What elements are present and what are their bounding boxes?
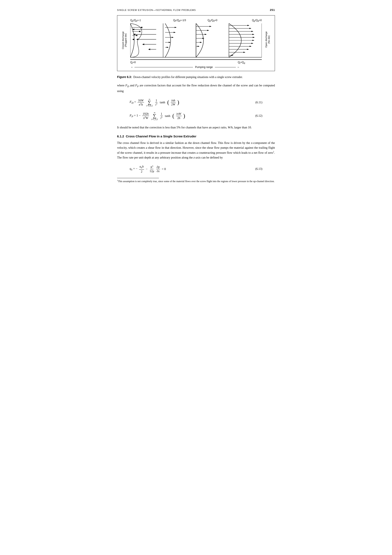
svg-marker-35 — [243, 52, 246, 53]
eq-6-12-frac1: 192h π3W — [142, 112, 149, 120]
pump-arrow-right: → — [237, 66, 240, 69]
eq-6-13-equals-zero: = 0 — [162, 167, 166, 171]
svg-marker-25 — [197, 46, 200, 47]
ratio-label-2: QF/Qd=-1/3 — [163, 19, 196, 22]
svg-marker-29 — [252, 34, 254, 35]
eq-6-13-frac1: uxh 2 — [139, 165, 144, 173]
closed-discharge-label: Closed discharge(Plugged die) — [122, 31, 127, 49]
velocity-profiles-svg: ◀ ◀ ◀ ◀ — [130, 23, 262, 60]
svg-marker-13 — [142, 44, 144, 45]
eq-6-13-content: qx = − uxh 2 − h3 12μ ∂p ∂x = 0 — [130, 165, 166, 173]
eq-6-12-lhs: FP = 1 − — [130, 114, 140, 118]
section-heading: 6.1.2 Cross Channel Flow in a Single Scr… — [117, 134, 275, 138]
equation-6-11: FD = 16W π3h ∞ ∑ i=1,3,5 1 i3 tanh ( iπh… — [130, 98, 262, 107]
footnote-content: This assumption is not completely true, … — [118, 180, 275, 183]
eq-6-11-number: (6.11) — [255, 101, 262, 104]
pump-arrow-left: ← — [131, 66, 134, 69]
eq-6-11-sum: ∞ ∑ i=1,3,5 — [146, 98, 153, 107]
svg-marker-24 — [200, 42, 202, 43]
svg-marker-20 — [210, 26, 211, 27]
figure-caption: Figure 6.3: Down-channel velocity profil… — [117, 75, 275, 79]
eq-6-11-frac1: 16W π3h — [138, 98, 144, 107]
page-header: SINGLE SCREW EXTRUSION—ISOTHERMAL FLOW P… — [117, 8, 275, 12]
eq-6-12-sum: ∞ ∑ i=1,3,5 — [151, 111, 158, 120]
eq-6-12-tanh: tanh — [165, 114, 170, 118]
svg-marker-12 — [136, 39, 138, 40]
eq-6-12-frac2: 1 i5 — [160, 112, 163, 120]
ratio-label-1: Qp/Qd=-1 — [130, 19, 163, 22]
section-number: 6.1.2 — [117, 134, 124, 138]
pumping-range-label: Pumping range — [195, 66, 213, 69]
eq-6-13-frac3: ∂p ∂x — [156, 165, 160, 173]
svg-marker-17 — [172, 37, 174, 38]
eq-6-13-lhs: qx = − — [130, 167, 137, 171]
figure-container: Closed discharge(Plugged die) Qp/Qd=-1 Q… — [117, 15, 275, 71]
bottom-label-right: Qi=Qd — [238, 61, 245, 64]
body-text-2: It should be noted that the correction i… — [117, 125, 275, 130]
svg-marker-33 — [250, 46, 252, 47]
svg-text:◀: ◀ — [141, 26, 142, 29]
eq-6-11-content: FD = 16W π3h ∞ ∑ i=1,3,5 1 i3 tanh ( iπh… — [130, 98, 179, 107]
section-title: Cross Channel Flow in a Single Screw Ext… — [126, 134, 196, 138]
svg-text:◀: ◀ — [139, 30, 140, 32]
page-number: 251 — [270, 8, 275, 12]
eq-6-13-minus: − — [146, 167, 147, 171]
figure-label: Figure 6.3: — [117, 75, 132, 79]
svg-marker-26 — [247, 25, 249, 26]
svg-marker-30 — [253, 37, 255, 38]
open-discharge-label: Open discharge(No die) — [265, 31, 270, 48]
bottom-label-left: Qi=0 — [130, 61, 136, 64]
equation-6-13: qx = − uxh 2 − h3 12μ ∂p ∂x = 0 (6.13) — [130, 165, 262, 173]
eq-6-11-tanh: tanh — [160, 101, 165, 104]
ratio-label-4: Qp/Qd>0 — [229, 19, 262, 22]
eq-6-13-number: (6.13) — [255, 167, 262, 171]
eq-6-11-lhs: FD = — [130, 100, 136, 105]
eq-6-12-content: FP = 1 − 192h π3W ∞ ∑ i=1,3,5 1 i5 tanh … — [130, 111, 185, 120]
equation-6-12: FP = 1 − 192h π3W ∞ ∑ i=1,3,5 1 i5 tanh … — [130, 111, 262, 120]
svg-marker-28 — [251, 31, 253, 32]
eq-6-12-number: (6.12) — [255, 114, 262, 117]
svg-marker-21 — [207, 30, 209, 31]
footnote-divider — [117, 178, 159, 178]
eq-6-13-frac2: h3 12μ — [149, 165, 154, 173]
footnote-text: 1This assumption is not completely true,… — [117, 179, 275, 183]
svg-marker-34 — [247, 49, 249, 50]
svg-marker-22 — [205, 34, 207, 35]
header-title: SINGLE SCREW EXTRUSION—ISOTHERMAL FLOW P… — [117, 9, 196, 11]
eq-6-11-frac3: iπh 2W — [171, 98, 176, 106]
body-text-1: where FD and FP are correction factors t… — [117, 83, 275, 93]
svg-marker-31 — [252, 40, 254, 41]
svg-marker-15 — [175, 27, 177, 28]
svg-marker-14 — [148, 49, 150, 50]
eq-6-11-frac2: 1 i3 — [155, 98, 158, 107]
svg-marker-19 — [167, 47, 169, 48]
svg-marker-36 — [232, 55, 233, 56]
eq-6-12-frac3: iπW 2h — [176, 112, 182, 120]
body-text-3: The cross channel flow is derived in a s… — [117, 140, 275, 160]
svg-marker-16 — [174, 32, 176, 33]
figure-caption-text: Down-channel velocity profiles for diffe… — [133, 75, 243, 79]
svg-marker-27 — [249, 28, 252, 29]
svg-marker-32 — [251, 43, 253, 44]
ratio-label-3: Qp/Qd=0 — [196, 19, 229, 22]
